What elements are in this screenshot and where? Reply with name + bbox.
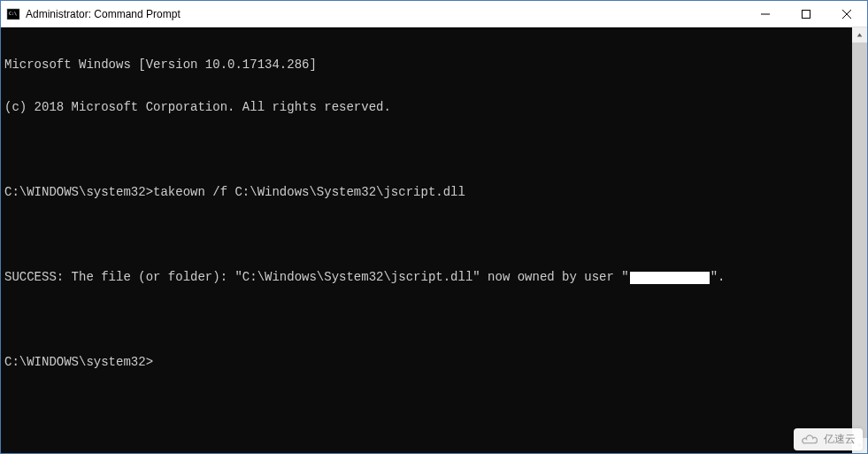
terminal-line: Microsoft Windows [Version 10.0.17134.28… <box>4 58 849 72</box>
scroll-up-arrow-icon[interactable] <box>852 27 867 42</box>
maximize-button[interactable] <box>786 1 826 27</box>
watermark: 亿速云 <box>794 428 863 450</box>
terminal-line: (c) 2018 Microsoft Corporation. All righ… <box>4 100 849 114</box>
terminal-line: SUCCESS: The file (or folder): "C:\Windo… <box>4 270 849 284</box>
vertical-scrollbar[interactable] <box>852 27 867 453</box>
scroll-thumb[interactable] <box>852 42 867 438</box>
redacted-username <box>630 272 710 284</box>
cmd-icon: C:\ <box>6 7 20 21</box>
window-title: Administrator: Command Prompt <box>26 8 745 20</box>
scroll-track[interactable] <box>852 42 867 438</box>
terminal-line <box>4 142 849 157</box>
minimize-button[interactable] <box>745 1 786 27</box>
svg-marker-6 <box>857 33 863 36</box>
command-prompt-window: C:\ Administrator: Command Prompt Micros… <box>0 0 868 454</box>
terminal-area: Microsoft Windows [Version 10.0.17134.28… <box>1 27 867 453</box>
close-button[interactable] <box>826 1 867 27</box>
titlebar[interactable]: C:\ Administrator: Command Prompt <box>1 1 867 27</box>
terminal-line <box>4 312 849 327</box>
svg-text:C:\: C:\ <box>9 11 17 16</box>
terminal-line: C:\WINDOWS\system32>takeown /f C:\Window… <box>4 185 849 199</box>
window-controls <box>745 1 867 27</box>
cloud-icon <box>801 434 820 446</box>
svg-rect-3 <box>803 10 810 18</box>
terminal-prompt: C:\WINDOWS\system32> <box>4 355 849 369</box>
success-text-prefix: SUCCESS: The file (or folder): "C:\Windo… <box>4 270 629 284</box>
success-text-suffix: ". <box>711 270 726 284</box>
terminal-output[interactable]: Microsoft Windows [Version 10.0.17134.28… <box>1 27 852 453</box>
terminal-line <box>4 227 849 242</box>
watermark-text: 亿速云 <box>824 432 856 447</box>
